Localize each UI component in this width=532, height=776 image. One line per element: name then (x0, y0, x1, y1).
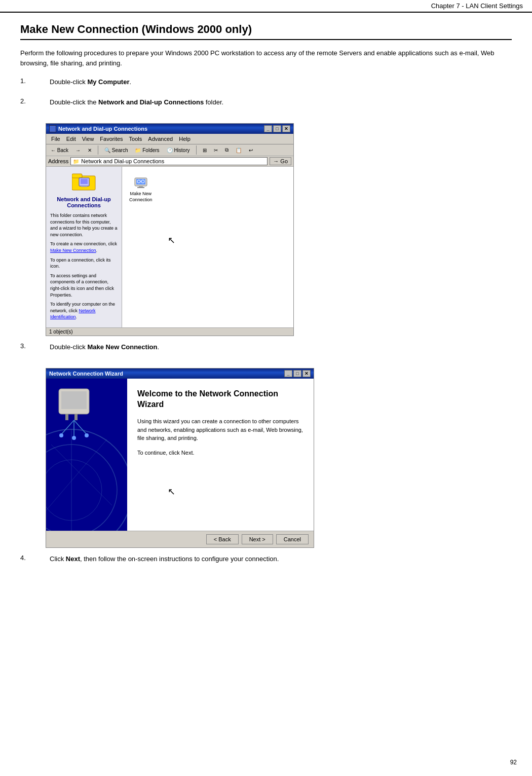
menu-view[interactable]: View (79, 135, 97, 143)
svg-rect-1 (72, 174, 82, 178)
step-2-bold: Network and Dial-up Connections (98, 98, 204, 106)
menu-tools[interactable]: Tools (126, 135, 145, 143)
step-3-bold: Make New Connection (87, 343, 157, 351)
svg-point-26 (59, 433, 63, 437)
svg-rect-21 (65, 414, 68, 420)
wizard-titlebar-title: Network Connection Wizard (49, 371, 123, 377)
maximize-btn-1[interactable]: □ (273, 125, 281, 132)
minimize-btn-1[interactable]: _ (264, 125, 272, 132)
step-3: 3. Double-click Make New Connection. (20, 342, 512, 357)
toolbar-undo[interactable]: ↩ (246, 146, 255, 154)
window-icon-1 (49, 125, 56, 132)
wizard-minimize-btn[interactable]: _ (284, 370, 292, 377)
toolbar-back[interactable]: ← Back (48, 146, 71, 154)
address-box[interactable]: 📁 Network and Dial-up Connections (70, 157, 268, 165)
screenshot-wizard: Network Connection Wizard _ □ ✕ (46, 368, 314, 548)
connection-svg (133, 174, 149, 190)
toolbar-sep-1 (98, 145, 98, 155)
toolbar-forward[interactable]: → (73, 146, 83, 154)
wizard-globe-svg (46, 379, 127, 531)
menu-advanced[interactable]: Advanced (145, 135, 176, 143)
win-addressbar-1: Address 📁 Network and Dial-up Connection… (46, 156, 293, 167)
chapter-title: Chapter 7 - LAN Client Settings (431, 2, 523, 10)
sidebar-title: Network and Dial-up Connections (50, 196, 118, 208)
step-3-suffix: . (157, 343, 159, 351)
step-2: 2. Double-click the Network and Dial-up … (20, 97, 512, 113)
toolbar-search[interactable]: 🔍 Search (102, 146, 130, 154)
step-4-text: Click Next, then follow the on-screen in… (50, 554, 279, 564)
screenshot-network-dialup: Network and Dial-up Connections _ □ ✕ Fi… (46, 123, 294, 336)
step-2-prefix: Double-click the (50, 98, 98, 106)
toolbar-paste[interactable]: 📋 (233, 146, 244, 154)
win-menubar-1: File Edit View Favorites Tools Advanced … (46, 134, 293, 144)
step-4: 4. Click Next, then follow the on-screen… (20, 554, 512, 569)
step-2-text: Double-click the Network and Dial-up Con… (50, 97, 223, 107)
sidebar-text-3: To open a connection, click its icon. (50, 257, 118, 270)
svg-point-28 (85, 433, 89, 437)
win-toolbar-1: ← Back → ✕ 🔍 Search 📁 Folders 🕐 History … (46, 144, 293, 156)
step-4-number: 4. (20, 554, 34, 562)
sidebar-text-5: To identify your computer on the network… (50, 301, 118, 320)
sidebar-text-4: To access settings and components of a c… (50, 273, 118, 298)
svg-rect-22 (74, 414, 78, 420)
svg-rect-4 (81, 186, 87, 187)
step-3-text: Double-click Make New Connection. (50, 342, 159, 352)
chapter-header: Chapter 7 - LAN Client Settings (0, 0, 532, 13)
win-titlebar-buttons-1: _ □ ✕ (264, 125, 290, 132)
wizard-body: Welcome to the Network Connection Wizard… (46, 379, 314, 531)
win-titlebar-1: Network and Dial-up Connections _ □ ✕ (46, 124, 293, 134)
menu-file[interactable]: File (48, 135, 63, 143)
network-id-link[interactable]: Network Identification (50, 308, 96, 320)
step-4-suffix: , then follow the on-screen instructions… (80, 555, 279, 563)
svg-rect-3 (81, 179, 88, 184)
wizard-continue: To continue, click Next. (137, 450, 303, 456)
connection-icon-img (133, 174, 149, 190)
icon-label-line2: Connection (129, 197, 153, 202)
step-2-number: 2. (20, 97, 34, 105)
step-3-number: 3. (20, 342, 34, 350)
step-1-prefix: Double-click (50, 78, 87, 86)
toolbar-stop[interactable]: ✕ (85, 146, 94, 154)
step-1-bold: My Computer (87, 78, 129, 86)
win-titlebar-title-1: Network and Dial-up Connections (49, 125, 147, 132)
win-sidebar-1: Network and Dial-up Connections This fol… (46, 167, 122, 327)
toolbar-folders[interactable]: 📁 Folders (132, 146, 162, 154)
wizard-footer: < Back Next > Cancel (46, 531, 314, 547)
menu-edit[interactable]: Edit (63, 135, 79, 143)
sidebar-text-1: This folder contains network connections… (50, 212, 118, 238)
folder-svg-icon (72, 171, 96, 191)
intro-text: Perform the following procedures to prep… (20, 48, 512, 68)
icon-label-line1: Make New (129, 191, 153, 196)
toolbar-icons[interactable]: ⊞ (200, 146, 209, 154)
menu-help[interactable]: Help (176, 135, 194, 143)
make-new-connection-icon[interactable]: Make New Connection (129, 174, 153, 202)
make-new-connection-link[interactable]: Make New Connection (50, 248, 96, 253)
page-number: 92 (510, 759, 517, 766)
wizard-titlebar-buttons: _ □ ✕ (284, 370, 311, 377)
step-4-bold: Next (66, 555, 80, 563)
wizard-title: Welcome to the Network Connection Wizard (137, 389, 303, 410)
wizard-left-bg (46, 379, 127, 531)
win-main-1: Make New Connection ↖ (122, 167, 293, 327)
sidebar-text-2: To create a new connection, click Make N… (50, 241, 118, 253)
next-button[interactable]: Next > (242, 534, 273, 544)
back-button[interactable]: < Back (206, 534, 239, 544)
address-label: Address (48, 158, 68, 164)
toolbar-copy[interactable]: ⧉ (222, 146, 231, 154)
close-btn-1[interactable]: ✕ (282, 125, 290, 132)
wizard-desc: Using this wizard you can create a conne… (137, 417, 303, 442)
cancel-button[interactable]: Cancel (276, 534, 309, 544)
wizard-titlebar: Network Connection Wizard _ □ ✕ (46, 368, 314, 379)
step-1-text: Double-click My Computer. (50, 77, 131, 87)
wizard-right-panel: Welcome to the Network Connection Wizard… (127, 379, 314, 531)
wizard-maximize-btn[interactable]: □ (293, 370, 301, 377)
menu-favorites[interactable]: Favorites (97, 135, 126, 143)
sidebar-title-text: Network and Dial-up Connections (57, 196, 110, 208)
svg-rect-7 (139, 186, 143, 187)
svg-rect-20 (61, 391, 87, 409)
go-btn[interactable]: → Go (270, 157, 291, 165)
sidebar-folder-icon (50, 171, 118, 192)
toolbar-history[interactable]: 🕐 History (164, 146, 193, 154)
toolbar-cut[interactable]: ✂ (211, 146, 220, 154)
wizard-close-btn[interactable]: ✕ (302, 370, 311, 377)
